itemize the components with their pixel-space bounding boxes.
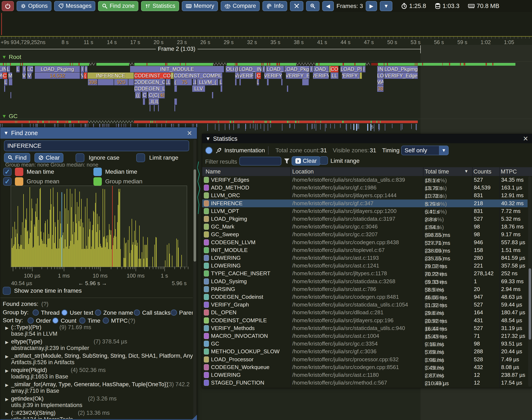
timeline-zone[interactable]: LL <box>193 79 197 85</box>
timeline-zone[interactable]: L <box>219 79 222 85</box>
show-zone-frames-checkbox[interactable] <box>3 287 11 295</box>
timeline-zone[interactable]: C <box>3 73 7 79</box>
timeline-zone[interactable] <box>267 79 269 85</box>
timeline-zone[interactable]: 14,532 <box>35 73 80 79</box>
cell-name[interactable]: CODEGEN_Codeinst <box>211 294 263 300</box>
cell-name[interactable]: PARSING <box>211 286 235 292</box>
cell-name[interactable]: GC_Mark <box>211 224 234 230</box>
timeline-zone[interactable]: ( <box>174 79 177 85</box>
table-row[interactable]: LOWERING/home/kristofferc/julia/src/ast.… <box>202 262 528 270</box>
cell-name[interactable]: STAGED_FUNCTION <box>211 379 264 386</box>
radio-parent[interactable] <box>171 309 177 316</box>
stats-limit-range-checkbox[interactable] <box>320 156 328 165</box>
timeline-zone[interactable]: LOAD_Pkgimg <box>35 66 80 72</box>
timeline-zone[interactable]: LO <box>377 73 384 79</box>
radio-time[interactable] <box>79 317 85 324</box>
next-frame-button[interactable]: ▶ <box>366 1 377 11</box>
timeline-zone[interactable]: l <box>362 66 365 72</box>
expand-arrow-icon[interactable]: ▶ <box>5 397 8 402</box>
cell-name[interactable]: VERIFY_Graph <box>211 301 249 308</box>
table-row[interactable]: INFERENCE/home/kristofferc/julia/src/gf.… <box>202 199 528 207</box>
cell-name[interactable]: METHOD_LOOKUP_SLOW <box>211 348 280 355</box>
window-resize-grip[interactable] <box>191 415 197 420</box>
cell-name[interactable]: LOWERING <box>211 262 241 269</box>
timeline-zone[interactable]: V( <box>235 73 239 79</box>
time-ruler[interactable]: +9s 934,729,252ns 8 s11 s14 s17 s20 s23 … <box>0 37 532 45</box>
timeline-zone[interactable] <box>329 66 331 72</box>
table-row[interactable]: LOAD_Pkgimg/home/kristofferc/julia/src/s… <box>202 215 528 223</box>
timeline-zone[interactable]: LOAD_PI <box>341 66 362 72</box>
table-row[interactable]: GC_Mark/home/kristofferc/julia/src/gc.c:… <box>202 223 528 231</box>
prev-frame-button[interactable]: ◀ <box>322 1 334 11</box>
radio-order[interactable] <box>28 317 34 324</box>
instrumentation-radio[interactable] <box>205 147 213 154</box>
table-row[interactable]: LLVM_OPT/home/kristofferc/julia/src/jitl… <box>202 207 528 215</box>
radio-count[interactable] <box>52 317 59 324</box>
timeline-zone[interactable] <box>302 79 309 85</box>
timeline-zone[interactable] <box>174 99 177 105</box>
cell-name[interactable]: DL_OPEN <box>211 309 236 316</box>
radio-mtpc[interactable] <box>103 317 109 324</box>
compare-button[interactable]: Compare <box>221 1 260 11</box>
col-name[interactable]: Name <box>205 168 221 175</box>
timeline-zone[interactable]: L <box>4 79 8 85</box>
timeline-zone[interactable] <box>281 79 282 85</box>
frame-dropdown-button[interactable]: ▼ <box>380 1 392 11</box>
timeline-zone[interactable]: l <box>23 66 26 72</box>
table-row[interactable]: DL_OPEN/home/kristofferc/julia/src/dlloa… <box>202 309 528 316</box>
timeline-zone[interactable]: VERIFY_Edge <box>384 73 418 79</box>
timeline-zone[interactable] <box>11 92 11 98</box>
scrollbar-thumb[interactable] <box>529 268 531 340</box>
table-row[interactable]: ADD_METHOD/home/kristofferc/julia/src/gf… <box>202 184 528 192</box>
timeline-zone[interactable]: VERIFY_I <box>342 73 360 79</box>
timeline-zone[interactable]: I <box>171 73 174 79</box>
timeline-zone[interactable]: LL <box>166 79 171 85</box>
table-row[interactable]: GC/home/kristofferc/julia/src/gc.c:33549… <box>202 340 528 348</box>
timeline-zone[interactable]: LLV <box>192 86 205 92</box>
timeline-zone[interactable]: LOAD_Pkgi <box>284 66 310 72</box>
find-zone-titlebar[interactable]: ▼ Find zone × <box>0 127 197 139</box>
clear-button[interactable]: Clear <box>34 153 63 163</box>
table-row[interactable]: LOWERING/home/kristofferc/julia/src/ast.… <box>202 254 528 262</box>
cell-name[interactable]: GC <box>211 341 219 347</box>
find-zone-input[interactable] <box>4 140 189 151</box>
timeline-zone[interactable]: CODEGEN_L <box>134 86 165 92</box>
timeline-zone[interactable]: 75 <box>177 79 192 85</box>
table-row[interactable]: GC_Sweep/home/kristofferc/julia/src/gc.c… <box>202 231 528 238</box>
timeline-zone[interactable]: VERIFY <box>264 73 282 79</box>
radio-thread[interactable] <box>32 309 39 316</box>
table-row[interactable]: VERIFY_Methods/home/kristofferc/julia/sr… <box>202 324 528 332</box>
table-row[interactable]: MACRO_INVOCATION/home/kristofferc/julia/… <box>202 332 528 340</box>
table-row[interactable]: LLVM_ORC/home/kristofferc/julia/src/jitl… <box>202 192 528 199</box>
timeline-zone[interactable]: L <box>257 79 259 85</box>
radio-call-stacks[interactable] <box>134 309 140 316</box>
table-row[interactable]: LOAD_Processor/home/kristofferc/julia/sr… <box>202 356 528 363</box>
found-zone-name[interactable]: (::Type)(Ptr) <box>11 324 41 331</box>
table-row[interactable]: INIT_MODULE/home/kristofferc/julia/src/t… <box>202 246 528 254</box>
timeline-zone[interactable] <box>98 79 114 85</box>
table-row[interactable]: METHOD_LOOKUP_SLOW/home/kristofferc/juli… <box>202 348 528 355</box>
timeline-zone[interactable]: I <box>85 66 88 72</box>
timeline-zone[interactable] <box>360 73 362 79</box>
cell-name[interactable]: INFERENCE <box>211 200 242 207</box>
close-icon[interactable]: × <box>187 128 192 138</box>
timeline-zone[interactable]: LOAD_Pkgimg <box>384 66 418 72</box>
timeline-zone[interactable]: VERIFY_E <box>286 73 310 79</box>
find-zone-scrollbar[interactable] <box>193 139 196 419</box>
table-row[interactable]: STAGED_FUNCTION/home/kristofferc/julia/s… <box>202 379 528 387</box>
cell-name[interactable]: LOAD_Processor <box>211 356 253 363</box>
timeline-zone[interactable]: IN <box>377 66 384 72</box>
timeline-zone[interactable] <box>221 86 222 92</box>
limit-range-checkbox[interactable] <box>136 153 145 162</box>
timeline-zone[interactable]: CO <box>331 66 338 72</box>
timeline-zone[interactable]: 38 <box>377 86 384 92</box>
cell-name[interactable]: MACRO_INVOCATION <box>211 333 268 339</box>
timeline-zone[interactable]: LIN <box>0 66 6 72</box>
timeline-zone[interactable]: VERIF <box>239 73 254 79</box>
timeline-zone[interactable] <box>4 86 5 92</box>
timeline-zone[interactable] <box>255 73 256 79</box>
timeline-zone[interactable]: V <box>27 73 32 79</box>
window-resize-edge[interactable] <box>0 419 197 420</box>
statistics-titlebar[interactable]: ▼ Statistics × <box>202 134 532 143</box>
cell-name[interactable]: CODEGEN_LLVM <box>211 239 255 246</box>
